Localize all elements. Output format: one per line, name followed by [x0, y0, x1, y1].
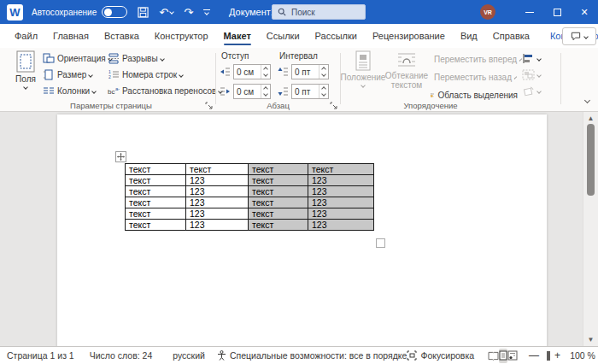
- spacing-after-spinner[interactable]: 0 пт: [278, 84, 329, 99]
- zoom-out-button[interactable]: —: [526, 349, 542, 361]
- redo-button[interactable]: ↷: [184, 7, 193, 18]
- page-setup-dialog-launcher[interactable]: [205, 102, 213, 109]
- autosave-control[interactable]: Автосохранение: [32, 6, 127, 18]
- spacing-header: Интервал: [279, 51, 318, 61]
- spacing-before-spinner[interactable]: 0 пт: [278, 64, 329, 79]
- autosave-label: Автосохранение: [32, 8, 97, 17]
- spacing-after-spin-buttons[interactable]: [319, 85, 328, 98]
- tab-home[interactable]: Главная: [45, 24, 97, 48]
- print-layout-button[interactable]: [499, 349, 507, 363]
- group-page-setup: Поля Ориентация Разме: [7, 48, 215, 112]
- wrap-text-button[interactable]: Обтекание текстом: [384, 50, 429, 90]
- zoom-in-button[interactable]: +: [552, 349, 563, 361]
- columns-button[interactable]: Колонки: [43, 83, 112, 99]
- word-count[interactable]: Число слов: 24: [90, 350, 153, 361]
- avatar[interactable]: VR: [480, 4, 495, 20]
- search-box[interactable]: Поиск: [272, 4, 366, 20]
- spacing-after-icon: [278, 86, 289, 97]
- indent-right-icon: [220, 86, 231, 97]
- hyphenation-button[interactable]: bc a- Расстановка переносов: [108, 83, 222, 99]
- margins-button[interactable]: Поля: [10, 50, 41, 89]
- spacing-before-spin-buttons[interactable]: [319, 65, 328, 79]
- scroll-down-icon[interactable]: ▼: [583, 336, 598, 343]
- status-bar: Страница 1 из 1 Число слов: 24 русский С…: [0, 346, 598, 364]
- tab-file[interactable]: Файл: [7, 24, 45, 48]
- collapse-ribbon-icon[interactable]: [585, 95, 589, 104]
- tab-view[interactable]: Вид: [453, 24, 485, 48]
- word-window: W Автосохранение ↶ ↷ Документ1 - W...: [0, 0, 598, 364]
- minimize-button[interactable]: [516, 0, 543, 24]
- read-mode-button[interactable]: [488, 349, 499, 363]
- size-button[interactable]: Размер: [43, 67, 112, 83]
- accessibility-icon: [217, 350, 226, 361]
- line-numbers-icon: 1 2: [108, 69, 120, 80]
- web-layout-button[interactable]: [507, 349, 518, 363]
- align-objects-button[interactable]: [522, 50, 541, 67]
- focus-icon: [407, 350, 417, 361]
- comments-button[interactable]: [562, 27, 596, 45]
- tab-layout[interactable]: Макет: [216, 24, 259, 48]
- autosave-toggle[interactable]: [102, 6, 127, 18]
- margins-icon: [16, 50, 35, 73]
- close-button[interactable]: ✕: [571, 0, 598, 24]
- language-indicator[interactable]: русский: [173, 350, 205, 361]
- group-label-arrange: Упорядочение: [341, 101, 520, 110]
- zoom-slider-thumb[interactable]: [547, 351, 550, 361]
- tab-review[interactable]: Рецензирование: [365, 24, 453, 48]
- document-page[interactable]: [57, 114, 547, 354]
- ribbon: Поля Ориентация Разме: [0, 48, 598, 112]
- table-move-handle[interactable]: [115, 151, 126, 162]
- columns-icon: [43, 85, 55, 97]
- tab-insert[interactable]: Вставка: [97, 24, 147, 48]
- print-layout-icon: [499, 350, 507, 361]
- table-resize-handle[interactable]: [376, 238, 385, 248]
- web-layout-icon: [507, 350, 518, 361]
- indent-left-spin-buttons[interactable]: [261, 65, 270, 79]
- position-button[interactable]: Положение: [343, 50, 383, 87]
- table-row: текст 123 текст 123: [126, 175, 374, 186]
- document-area[interactable]: текст текст текст текст текст 123 текст …: [0, 112, 598, 346]
- orientation-button[interactable]: Ориентация: [43, 50, 112, 67]
- page-break-icon: [108, 53, 120, 64]
- table-row: текст 123 текст 123: [126, 220, 374, 231]
- send-backward-button[interactable]: Переместить назад: [431, 68, 516, 86]
- align-objects-icon: [522, 53, 535, 64]
- paragraph-dialog-launcher[interactable]: [330, 102, 337, 109]
- document-table[interactable]: текст текст текст текст текст 123 текст …: [125, 163, 374, 231]
- save-icon[interactable]: [138, 7, 149, 18]
- indent-right-spinner[interactable]: 0 см: [220, 84, 271, 99]
- word-app-icon[interactable]: W: [7, 4, 23, 21]
- tab-references[interactable]: Ссылки: [259, 24, 308, 48]
- vertical-scrollbar[interactable]: ▲ ▼: [583, 112, 598, 346]
- group-paragraph: Отступ Интервал 0 см 0 см: [216, 48, 340, 112]
- tab-mailings[interactable]: Рассылки: [308, 24, 365, 48]
- group-objects-button[interactable]: [522, 67, 541, 83]
- rotate-objects-button[interactable]: [522, 83, 541, 99]
- scroll-up-icon[interactable]: ▲: [583, 114, 598, 122]
- customize-toolbar-icon[interactable]: [203, 9, 210, 15]
- indent-left-spinner[interactable]: 0 см: [220, 64, 271, 79]
- read-mode-icon: [488, 351, 499, 361]
- quick-access-toolbar: ↶ ↷: [138, 7, 210, 18]
- accessibility-status[interactable]: Специальные возможности: все в порядке: [217, 350, 407, 361]
- scrollbar-thumb[interactable]: [587, 124, 595, 196]
- indent-header: Отступ: [221, 51, 249, 61]
- undo-button[interactable]: ↶: [159, 7, 173, 18]
- title-bar: W Автосохранение ↶ ↷ Документ1 - W...: [0, 0, 598, 24]
- search-placeholder: Поиск: [291, 8, 315, 17]
- page-indicator[interactable]: Страница 1 из 1: [7, 350, 74, 361]
- maximize-button[interactable]: [543, 0, 571, 24]
- position-icon: [354, 50, 372, 71]
- titlebar-right: VR ✕: [480, 0, 598, 24]
- indent-right-spin-buttons[interactable]: [261, 85, 270, 98]
- zoom-level[interactable]: 100 %: [570, 350, 595, 361]
- tab-design[interactable]: Конструктор: [147, 24, 216, 48]
- tab-help[interactable]: Справка: [485, 24, 537, 48]
- group-label-page-setup: Параметры страницы: [7, 101, 215, 110]
- line-numbers-button[interactable]: 1 2 Номера строк: [108, 67, 222, 83]
- ribbon-tabs: Файл Главная Вставка Конструктор Макет С…: [0, 24, 598, 48]
- focus-mode-button[interactable]: Фокусировка: [407, 350, 474, 361]
- breaks-button[interactable]: Разрывы: [108, 50, 222, 67]
- bring-forward-button[interactable]: Переместить вперед: [431, 50, 516, 68]
- group-label-paragraph: Абзац: [216, 101, 340, 110]
